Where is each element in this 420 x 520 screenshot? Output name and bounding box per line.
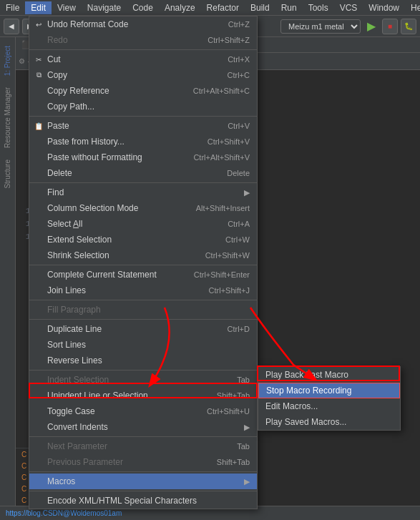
sep-3 <box>29 182 257 183</box>
menu-paste-history[interactable]: Paste from History... Ctrl+Shift+V <box>29 134 257 149</box>
cut-icon: ✂ <box>33 54 44 65</box>
sep-9 <box>29 471 257 472</box>
menu-join-lines[interactable]: Join Lines Ctrl+Shift+J <box>29 283 257 298</box>
menu-delete[interactable]: Delete Delete <box>29 165 257 181</box>
menu-undo[interactable]: ↩ Undo Reformat Code Ctrl+Z <box>29 16 257 32</box>
submenu-stop-recording[interactable]: Stop Macro Recording <box>258 383 400 398</box>
paste-icon: 📋 <box>33 120 44 132</box>
menu-indent-selection[interactable]: Indent Selection Tab <box>29 372 257 388</box>
menu-vcs[interactable]: VCS <box>334 1 363 14</box>
menu-shrink-selection[interactable]: Shrink Selection Ctrl+Shift+W <box>29 247 257 263</box>
menu-next-param[interactable]: Next Parameter Tab <box>29 438 257 454</box>
menu-extend-selection[interactable]: Extend Selection Ctrl+W <box>29 232 257 247</box>
menu-unindent[interactable]: Unindent Line or Selection Shift+Tab <box>29 388 257 403</box>
submenu-playback-last[interactable]: Play Back Last Macro <box>258 367 400 383</box>
menu-help[interactable]: Help <box>405 1 420 14</box>
menu-encode-xml[interactable]: Encode XML/HTML Special Characters <box>29 493 257 509</box>
menu-file[interactable]: File <box>0 1 25 14</box>
convert-arrow-icon: ▶ <box>244 423 250 432</box>
sep-2 <box>29 116 257 117</box>
menu-sort-lines[interactable]: Sort Lines <box>29 337 257 353</box>
menu-redo[interactable]: Redo Ctrl+Shift+Z <box>29 32 257 48</box>
sep-1 <box>29 49 257 50</box>
menu-copy-reference[interactable]: Copy Reference Ctrl+Alt+Shift+C <box>29 83 257 99</box>
menu-reverse-lines[interactable]: Reverse Lines <box>29 353 257 368</box>
menu-refactor[interactable]: Refactor <box>201 1 245 14</box>
paste-hist-icon <box>33 136 44 147</box>
menu-copy[interactable]: ⧉ Copy Ctrl+C <box>29 67 257 83</box>
menu-window[interactable]: Window <box>363 1 405 14</box>
menu-find[interactable]: Find ▶ <box>29 185 257 200</box>
submenu-edit-macros[interactable]: Edit Macros... <box>258 398 400 414</box>
menu-complete-stmt[interactable]: Complete Current Statement Ctrl+Shift+En… <box>29 267 257 283</box>
menu-prev-param[interactable]: Previous Parameter Shift+Tab <box>29 454 257 470</box>
menu-duplicate-line[interactable]: Duplicate Line Ctrl+D <box>29 321 257 337</box>
copy-ref-icon <box>33 85 44 97</box>
menu-copy-path[interactable]: Copy Path... <box>29 99 257 114</box>
copy-icon: ⧉ <box>33 69 44 81</box>
menu-edit[interactable]: Edit <box>25 1 52 14</box>
menu-bar: File Edit View Navigate Code Analyze Ref… <box>0 0 420 16</box>
sep-8 <box>29 436 257 437</box>
menu-analyze[interactable]: Analyze <box>159 1 201 14</box>
menu-paste[interactable]: 📋 Paste Ctrl+V <box>29 118 257 134</box>
menu-code[interactable]: Code <box>127 1 159 14</box>
menu-cut[interactable]: ✂ Cut Ctrl+X <box>29 51 257 67</box>
dropdown-overlay: ↩ Undo Reformat Code Ctrl+Z Redo Ctrl+Sh… <box>0 16 420 520</box>
edit-menu: ↩ Undo Reformat Code Ctrl+Z Redo Ctrl+Sh… <box>29 16 258 509</box>
sep-6 <box>29 319 257 320</box>
find-arrow-icon: ▶ <box>244 188 250 197</box>
copy-path-icon <box>33 101 44 112</box>
menu-run[interactable]: Run <box>275 1 303 14</box>
menu-view[interactable]: View <box>52 1 82 14</box>
menu-fill-paragraph[interactable]: Fill Paragraph <box>29 302 257 318</box>
menu-navigate[interactable]: Navigate <box>82 1 127 14</box>
menu-select-all[interactable]: Select All Ctrl+A <box>29 216 257 232</box>
sep-4 <box>29 265 257 265</box>
menu-build[interactable]: Build <box>245 1 275 14</box>
macros-submenu: Play Back Last Macro Stop Macro Recordin… <box>258 366 401 431</box>
menu-paste-no-format[interactable]: Paste without Formatting Ctrl+Alt+Shift+… <box>29 149 257 165</box>
menu-tools[interactable]: Tools <box>303 1 334 14</box>
redo-icon <box>33 34 44 46</box>
submenu-play-saved[interactable]: Play Saved Macros... <box>258 414 400 430</box>
menu-convert-indents[interactable]: Convert Indents ▶ <box>29 419 257 435</box>
menu-column-selection[interactable]: Column Selection Mode Alt+Shift+Insert <box>29 200 257 216</box>
sep-10 <box>29 491 257 491</box>
menu-toggle-case[interactable]: Toggle Case Ctrl+Shift+U <box>29 403 257 419</box>
sep-5 <box>29 300 257 300</box>
sep-7 <box>29 370 257 371</box>
undo-icon: ↩ <box>33 19 44 30</box>
menu-macros[interactable]: Macros ▶ <box>29 474 257 489</box>
macros-arrow-icon: ▶ <box>244 477 250 486</box>
